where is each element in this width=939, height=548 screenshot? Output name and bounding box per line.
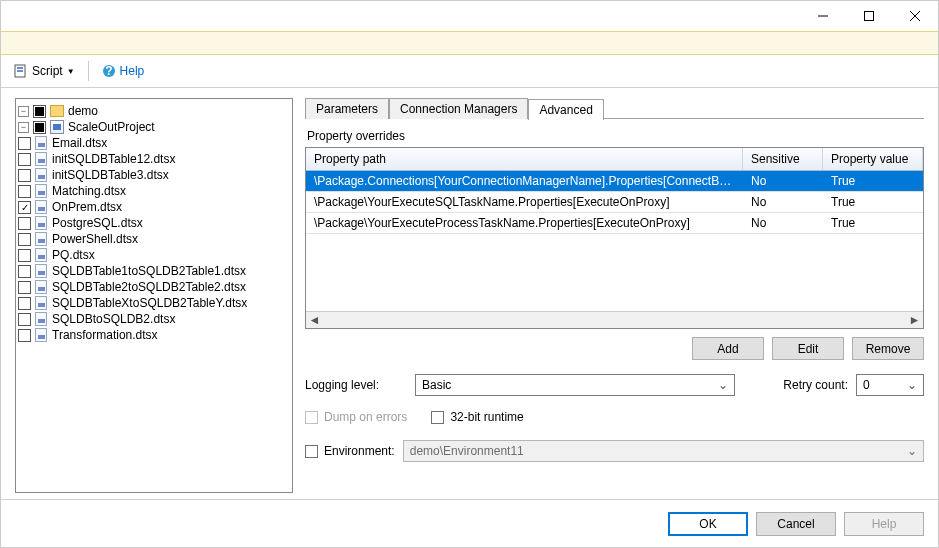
tree-package[interactable]: OnPrem.dtsx bbox=[18, 200, 290, 214]
tree-package[interactable]: PQ.dtsx bbox=[18, 248, 290, 262]
tree-package[interactable]: SQLDBTable2toSQLDB2Table2.dtsx bbox=[18, 280, 290, 294]
environment-checkbox[interactable]: Environment: bbox=[305, 444, 395, 458]
dropdown-caret-icon: ⌄ bbox=[907, 444, 917, 458]
close-button[interactable] bbox=[892, 1, 938, 31]
tree-package[interactable]: SQLDBTable1toSQLDB2Table1.dtsx bbox=[18, 264, 290, 278]
tree-checkbox[interactable] bbox=[18, 249, 31, 262]
tree-label: SQLDBtoSQLDB2.dtsx bbox=[52, 312, 175, 326]
script-button[interactable]: Script ▼ bbox=[9, 61, 80, 81]
property-overrides-grid[interactable]: Property path Sensitive Property value \… bbox=[305, 147, 924, 329]
col-property-path[interactable]: Property path bbox=[306, 148, 743, 170]
tree-package[interactable]: initSQLDBTable12.dtsx bbox=[18, 152, 290, 166]
scroll-right-icon[interactable]: ► bbox=[906, 312, 923, 329]
cell-value: True bbox=[823, 171, 923, 191]
ok-button[interactable]: OK bbox=[668, 512, 748, 536]
tree-checkbox[interactable] bbox=[18, 233, 31, 246]
titlebar bbox=[1, 1, 938, 31]
cell-value: True bbox=[823, 192, 923, 212]
svg-rect-5 bbox=[17, 67, 23, 69]
tab-strip: Parameters Connection Managers Advanced bbox=[305, 98, 924, 119]
package-icon bbox=[35, 168, 47, 182]
dump-on-errors-checkbox: Dump on errors bbox=[305, 410, 407, 424]
cell-path: \Package\YourExecuteProcessTaskName.Prop… bbox=[306, 213, 743, 233]
package-icon bbox=[35, 136, 47, 150]
grid-row[interactable]: \Package\YourExecuteSQLTaskName.Properti… bbox=[306, 192, 923, 213]
retry-count-select[interactable]: 0 ⌄ bbox=[856, 374, 924, 396]
tree-label: demo bbox=[68, 104, 98, 118]
tree-checkbox[interactable] bbox=[18, 297, 31, 310]
dropdown-caret-icon: ⌄ bbox=[718, 378, 728, 392]
logging-level-select[interactable]: Basic ⌄ bbox=[415, 374, 735, 396]
tab-parameters[interactable]: Parameters bbox=[305, 98, 389, 119]
tab-connection-managers[interactable]: Connection Managers bbox=[389, 98, 528, 119]
tree-checkbox[interactable] bbox=[18, 265, 31, 278]
script-caret-icon: ▼ bbox=[67, 67, 75, 76]
cancel-button[interactable]: Cancel bbox=[756, 512, 836, 536]
tree-project[interactable]: −ScaleOutProject bbox=[18, 120, 290, 134]
col-property-value[interactable]: Property value bbox=[823, 148, 923, 170]
tree-checkbox[interactable] bbox=[18, 329, 31, 342]
package-icon bbox=[35, 312, 47, 326]
tree-label: ScaleOutProject bbox=[68, 120, 155, 134]
add-button[interactable]: Add bbox=[692, 337, 764, 360]
overrides-title: Property overrides bbox=[307, 129, 924, 143]
col-sensitive[interactable]: Sensitive bbox=[743, 148, 823, 170]
tree-checkbox[interactable] bbox=[18, 201, 31, 214]
cell-sensitive: No bbox=[743, 213, 823, 233]
tree-label: initSQLDBTable3.dtsx bbox=[52, 168, 169, 182]
32bit-runtime-checkbox[interactable]: 32-bit runtime bbox=[431, 410, 523, 424]
tree-label: OnPrem.dtsx bbox=[52, 200, 122, 214]
package-icon bbox=[35, 184, 47, 198]
help-button[interactable]: ? Help bbox=[97, 61, 150, 81]
grid-header: Property path Sensitive Property value bbox=[306, 148, 923, 171]
tree-package[interactable]: Matching.dtsx bbox=[18, 184, 290, 198]
script-label: Script bbox=[32, 64, 63, 78]
environment-value: demo\Environment11 bbox=[410, 444, 524, 458]
grid-row[interactable]: \Package.Connections[YourConnectionManag… bbox=[306, 171, 923, 192]
package-tree[interactable]: −demo−ScaleOutProjectEmail.dtsxinitSQLDB… bbox=[15, 98, 293, 493]
tree-package[interactable]: Email.dtsx bbox=[18, 136, 290, 150]
tree-checkbox[interactable] bbox=[18, 281, 31, 294]
tree-label: Matching.dtsx bbox=[52, 184, 126, 198]
tree-package[interactable]: PowerShell.dtsx bbox=[18, 232, 290, 246]
edit-button[interactable]: Edit bbox=[772, 337, 844, 360]
retry-count-value: 0 bbox=[863, 378, 870, 392]
tree-checkbox[interactable] bbox=[18, 153, 31, 166]
tree-checkbox[interactable] bbox=[18, 137, 31, 150]
tree-label: SQLDBTableXtoSQLDB2TableY.dtsx bbox=[52, 296, 247, 310]
script-icon bbox=[14, 64, 28, 78]
tab-advanced[interactable]: Advanced bbox=[528, 99, 603, 120]
tree-checkbox[interactable] bbox=[33, 105, 46, 118]
tree-checkbox[interactable] bbox=[18, 217, 31, 230]
package-icon bbox=[35, 248, 47, 262]
collapse-icon[interactable]: − bbox=[18, 122, 29, 133]
logging-level-label: Logging level: bbox=[305, 378, 405, 392]
tree-package[interactable]: SQLDBtoSQLDB2.dtsx bbox=[18, 312, 290, 326]
grid-buttons: Add Edit Remove bbox=[305, 337, 924, 360]
help-label: Help bbox=[120, 64, 145, 78]
dialog-footer: OK Cancel Help bbox=[1, 499, 938, 547]
tree-checkbox[interactable] bbox=[18, 169, 31, 182]
tree-package[interactable]: PostgreSQL.dtsx bbox=[18, 216, 290, 230]
package-icon bbox=[35, 264, 47, 278]
scroll-left-icon[interactable]: ◄ bbox=[306, 312, 323, 329]
grid-row[interactable]: \Package\YourExecuteProcessTaskName.Prop… bbox=[306, 213, 923, 234]
tree-checkbox[interactable] bbox=[18, 313, 31, 326]
tree-checkbox[interactable] bbox=[18, 185, 31, 198]
tree-package[interactable]: initSQLDBTable3.dtsx bbox=[18, 168, 290, 182]
tree-label: PQ.dtsx bbox=[52, 248, 95, 262]
tree-label: initSQLDBTable12.dtsx bbox=[52, 152, 175, 166]
minimize-button[interactable] bbox=[800, 1, 846, 31]
tree-package[interactable]: SQLDBTableXtoSQLDB2TableY.dtsx bbox=[18, 296, 290, 310]
project-icon bbox=[50, 120, 64, 134]
maximize-button[interactable] bbox=[846, 1, 892, 31]
collapse-icon[interactable]: − bbox=[18, 106, 29, 117]
svg-text:?: ? bbox=[105, 64, 112, 78]
folder-icon bbox=[50, 105, 64, 117]
grid-horizontal-scrollbar[interactable]: ◄ ► bbox=[306, 311, 923, 328]
tree-package[interactable]: Transformation.dtsx bbox=[18, 328, 290, 342]
tree-root-demo[interactable]: −demo bbox=[18, 104, 290, 118]
remove-button[interactable]: Remove bbox=[852, 337, 924, 360]
package-icon bbox=[35, 152, 47, 166]
tree-checkbox[interactable] bbox=[33, 121, 46, 134]
